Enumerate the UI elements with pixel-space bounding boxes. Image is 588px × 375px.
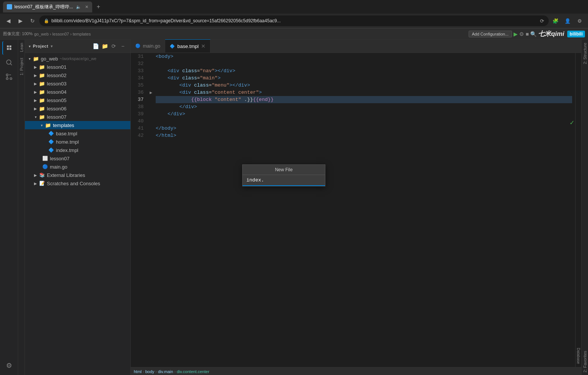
tag-close-div-38: </div> (179, 103, 197, 110)
watermark-text: 七米qimi (538, 29, 564, 38)
bc-templates: templates (73, 32, 91, 36)
folder-icon-lesson05: 📁 (39, 98, 45, 103)
add-config-button[interactable]: Add Configuration... (469, 31, 512, 37)
gutter-35 (150, 82, 153, 89)
tree-item-main-go[interactable]: 🔵 main.go (25, 163, 130, 171)
tree-item-lesson05[interactable]: ▶ 📁 lesson05 (25, 96, 130, 104)
settings-icon[interactable]: ⚙ (574, 15, 585, 26)
gutter-33 (150, 67, 153, 74)
activity-search[interactable] (2, 56, 16, 69)
gutter-42 (150, 132, 153, 139)
tab-main-go-label: main.go (143, 43, 160, 49)
debug-button[interactable]: ⚙ (519, 31, 524, 37)
tab-base-tmpl[interactable]: 🔷 base.tmpl ✕ (165, 39, 210, 53)
tab-title: lesson07_模板继承_哔哩哔... (14, 4, 73, 10)
collapse-icon[interactable]: − (119, 42, 127, 50)
tree-root-go-web[interactable]: ▾ 📁 go_web ~/workspace/go_we (25, 54, 130, 63)
new-file-input[interactable] (243, 175, 325, 186)
browser-tab-active[interactable]: lesson07_模板继承_哔哩哔... 🔈 ✕ (3, 2, 92, 12)
tree-item-templates[interactable]: ▾ 📁 templates (25, 121, 130, 129)
tab-base-tmpl-close[interactable]: ✕ (201, 43, 206, 49)
tab-go-icon: 🔵 (135, 43, 141, 48)
code-line-35: <div class = "menu" ></div> (156, 82, 572, 89)
bread-sep3: › (174, 369, 176, 374)
tree-arrow-lesson03: ▶ (32, 82, 39, 86)
stop-button[interactable]: ■ (526, 31, 529, 37)
ln-42: 42 (131, 132, 147, 139)
bread-body: body (145, 369, 154, 374)
profile-icon[interactable]: 👤 (562, 15, 573, 26)
ln-33: 33 (131, 67, 147, 74)
tree-item-external-libs[interactable]: ▶ 📚 External Libraries (25, 171, 130, 179)
tree-label-lesson01: lesson01 (47, 64, 67, 70)
tab-mute-icon[interactable]: 🔈 (76, 5, 81, 9)
plain-39 (156, 110, 167, 118)
tree-item-lesson07[interactable]: ▾ 📁 lesson07 (25, 113, 130, 121)
tree-item-lesson02[interactable]: ▶ 📁 lesson02 (25, 71, 130, 79)
new-tab-button[interactable]: + (94, 2, 103, 11)
code-line-37: {{ block "content" .}} {{end}} (156, 96, 572, 103)
tag-div-35: <div (179, 82, 194, 89)
activity-explorer[interactable] (2, 41, 16, 55)
lean-label[interactable]: Lean (19, 40, 25, 55)
tree-item-lesson07-exec[interactable]: ⬜ lesson07 (25, 154, 130, 163)
address-bar[interactable]: 🔒 bilibili.com/video/BV1gJ411p7xC/?p=7&s… (39, 15, 549, 26)
tree-item-lesson04[interactable]: ▶ 📁 lesson04 (25, 88, 130, 96)
plain-36 (156, 89, 179, 96)
tab-close-btn[interactable]: ✕ (85, 5, 88, 9)
tag-body-open: <body> (156, 53, 173, 60)
new-file-icon[interactable]: 📄 (92, 42, 99, 50)
bc-go-web: go_web (34, 32, 49, 36)
new-file-dialog-title: New File (243, 165, 325, 175)
tag-close-35: ></div> (229, 82, 250, 89)
tree-item-home-tmpl[interactable]: 🔷 home.tmpl (25, 138, 130, 146)
tree-item-base-tmpl[interactable]: 🔷 base.tmpl (25, 129, 130, 138)
tree-item-index-tmpl[interactable]: 🔷 index.tmpl (25, 146, 130, 154)
database-label: Database (576, 348, 580, 367)
sidebar-header-icons: 📄 📁 ⟳ − (92, 42, 127, 50)
tree-label-base-tmpl: base.tmpl (56, 131, 77, 136)
tree-arrow-ext: ▶ (32, 173, 39, 177)
back-button[interactable]: ◀ (3, 15, 14, 26)
tree-item-lesson06[interactable]: ▶ 📁 lesson06 (25, 104, 130, 113)
tree-label-lesson07: lesson07 (47, 114, 67, 120)
attr-class-34: class (182, 74, 197, 82)
plain-34 (156, 74, 167, 82)
new-folder-icon[interactable]: 📁 (101, 42, 108, 50)
zoom-info: 图像完度: 100% (3, 31, 32, 37)
tab-main-go[interactable]: 🔵 main.go (131, 39, 165, 53)
plain-eq-35: = (209, 82, 212, 89)
editor-breadcrumb: html › body › div.main › div.content.cen… (131, 367, 581, 375)
tree-arrow-scratch: ▶ (32, 181, 39, 186)
code-line-42: </html> (156, 132, 572, 139)
plain-35 (156, 82, 179, 89)
reload-button[interactable]: ↻ (27, 15, 38, 26)
tag-open-34: > (218, 74, 221, 82)
sync-icon[interactable]: ⟳ (110, 42, 118, 50)
activity-settings[interactable]: ⚙ (2, 359, 16, 372)
folder-icon-lesson01: 📁 (39, 64, 45, 70)
project-label[interactable]: 1: Project (19, 55, 25, 78)
tag-div-33: <div (167, 67, 182, 74)
bread-html: html (134, 369, 142, 374)
structure-label[interactable]: 2: Structure (582, 40, 588, 67)
search-button[interactable]: 🔍 (530, 31, 537, 37)
tree-arrow-lesson07: ▾ (32, 115, 39, 119)
browser-nav-icons: 🧩 👤 ⚙ (550, 15, 585, 26)
tree-item-scratches[interactable]: ▶ 📝 Scratches and Consoles (25, 179, 130, 188)
file-tree: ▾ 📁 go_web ~/workspace/go_we ▶ 📁 lesson0… (25, 53, 130, 375)
sidebar-title: Project (33, 44, 48, 48)
activity-git[interactable] (2, 70, 16, 84)
run-button[interactable]: ▶ (514, 31, 518, 37)
gutter-38 (150, 103, 153, 110)
forward-button[interactable]: ▶ (15, 15, 26, 26)
project-dropdown[interactable]: ▾ (51, 44, 53, 49)
favorites-label[interactable]: 2: Favorites (582, 348, 588, 375)
code-area[interactable]: <body> <div class = "nav" ></div> <d (153, 53, 575, 367)
extensions-icon[interactable]: 🧩 (550, 15, 561, 26)
str-content-center: "content center" (212, 89, 259, 96)
tree-item-lesson01[interactable]: ▶ 📁 lesson01 (25, 63, 130, 71)
tree-item-lesson03[interactable]: ▶ 📁 lesson03 (25, 79, 130, 88)
sidebar: ▾ Project ▾ 📄 📁 ⟳ − ▾ 📁 go_web ~/workspa… (25, 40, 131, 375)
plain-37 (156, 96, 191, 103)
